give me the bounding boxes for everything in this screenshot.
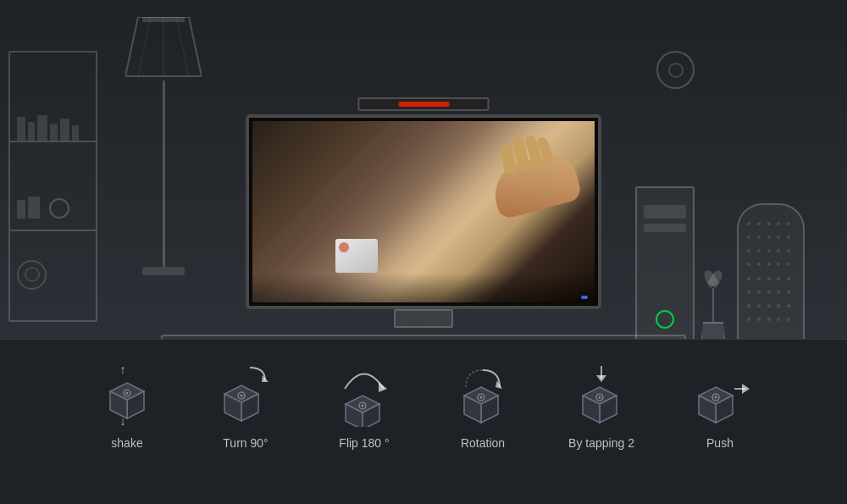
gesture-flip180: Flip 180 ° bbox=[305, 363, 424, 450]
bookshelf bbox=[8, 51, 97, 322]
bottom-panel: ↑ ↓ sha bbox=[0, 339, 847, 504]
smart-speaker bbox=[737, 203, 805, 347]
gesture-shake-label: shake bbox=[111, 436, 142, 450]
pc-tower bbox=[635, 186, 695, 347]
svg-line-3 bbox=[176, 17, 189, 76]
plant bbox=[700, 271, 726, 347]
svg-point-17 bbox=[241, 395, 243, 397]
speaker-dot bbox=[747, 235, 750, 239]
svg-line-2 bbox=[138, 17, 151, 76]
speaker-dot bbox=[757, 277, 761, 280]
svg-point-43 bbox=[715, 396, 717, 399]
speaker-dot bbox=[757, 249, 761, 252]
speaker-dot bbox=[787, 222, 790, 225]
speaker-dot bbox=[767, 249, 771, 252]
svg-rect-4 bbox=[142, 17, 185, 22]
speaker-dot bbox=[777, 277, 780, 280]
speaker-dot bbox=[767, 222, 771, 225]
speaker-dot bbox=[787, 235, 790, 239]
speaker-dot bbox=[787, 263, 790, 266]
speaker-dot bbox=[757, 263, 761, 266]
svg-marker-31 bbox=[596, 375, 606, 382]
speaker-grille bbox=[747, 222, 794, 329]
speaker-dot bbox=[757, 235, 761, 239]
circular-device-inner bbox=[668, 63, 684, 78]
svg-text:↑: ↑ bbox=[120, 363, 126, 376]
speaker-dot bbox=[787, 291, 790, 294]
speaker-dot bbox=[757, 304, 761, 307]
gesture-rotation-icon bbox=[453, 363, 512, 423]
gesture-rotation: Rotation bbox=[424, 363, 542, 450]
speaker-dot bbox=[747, 263, 750, 266]
gesture-tapping2-label: By tapping 2 bbox=[568, 436, 634, 450]
speaker-dot bbox=[787, 318, 790, 321]
speaker-dot bbox=[777, 291, 780, 294]
gesture-rotation-label: Rotation bbox=[461, 436, 505, 450]
speaker-dot bbox=[757, 222, 761, 225]
svg-point-36 bbox=[599, 396, 601, 399]
speaker-dot bbox=[757, 318, 761, 321]
circular-device bbox=[656, 51, 695, 89]
speaker-dot bbox=[767, 318, 771, 321]
pc-drive-1 bbox=[644, 205, 686, 219]
speaker-dot bbox=[747, 304, 750, 307]
pc-drive-2 bbox=[644, 224, 686, 232]
svg-marker-38 bbox=[742, 384, 750, 394]
svg-text:↓: ↓ bbox=[120, 414, 126, 427]
gesture-turn90-icon bbox=[216, 363, 275, 423]
speaker-dot bbox=[777, 249, 780, 252]
speaker-dot bbox=[747, 291, 750, 294]
gestures-row: ↑ ↓ sha bbox=[0, 340, 847, 450]
speaker-dot bbox=[767, 304, 771, 307]
gesture-shake: ↑ ↓ sha bbox=[68, 363, 186, 450]
speaker-dot bbox=[787, 277, 790, 280]
svg-marker-18 bbox=[379, 382, 387, 392]
speaker-dot bbox=[767, 263, 771, 266]
soundbar-light bbox=[398, 102, 449, 107]
pc-power-button bbox=[656, 310, 674, 329]
speaker-dot bbox=[787, 249, 790, 252]
speaker-dot bbox=[747, 249, 750, 252]
gesture-shake-icon: ↑ ↓ bbox=[97, 363, 157, 423]
speaker-dot bbox=[777, 318, 780, 321]
floor-lamp bbox=[125, 17, 202, 275]
speaker-dot bbox=[747, 222, 750, 225]
svg-point-10 bbox=[126, 392, 129, 395]
speaker-dot bbox=[747, 277, 750, 280]
speaker-dot bbox=[787, 304, 790, 307]
room-illustration bbox=[0, 0, 847, 347]
speaker-dot bbox=[767, 235, 771, 239]
gesture-push: Push bbox=[661, 363, 779, 450]
speaker-dot bbox=[757, 291, 761, 294]
gesture-flip180-icon bbox=[335, 363, 394, 423]
speaker-dot bbox=[767, 277, 771, 280]
speaker-dot bbox=[777, 235, 780, 239]
gesture-push-label: Push bbox=[706, 436, 734, 450]
gesture-tapping2: By tapping 2 bbox=[542, 363, 661, 450]
speaker-dot bbox=[777, 222, 780, 225]
soundbar bbox=[358, 97, 490, 111]
speaker-dot bbox=[777, 304, 780, 307]
speaker-dot bbox=[777, 263, 780, 266]
svg-point-23 bbox=[362, 405, 364, 407]
gesture-push-icon bbox=[690, 363, 750, 423]
speaker-dot bbox=[747, 318, 750, 321]
gesture-flip180-label: Flip 180 ° bbox=[339, 436, 389, 450]
speaker-dot bbox=[767, 291, 771, 294]
gesture-tapping2-icon bbox=[572, 363, 631, 423]
gesture-turn90: Turn 90° bbox=[186, 363, 305, 450]
gesture-turn90-label: Turn 90° bbox=[223, 436, 268, 450]
svg-point-29 bbox=[480, 396, 483, 399]
